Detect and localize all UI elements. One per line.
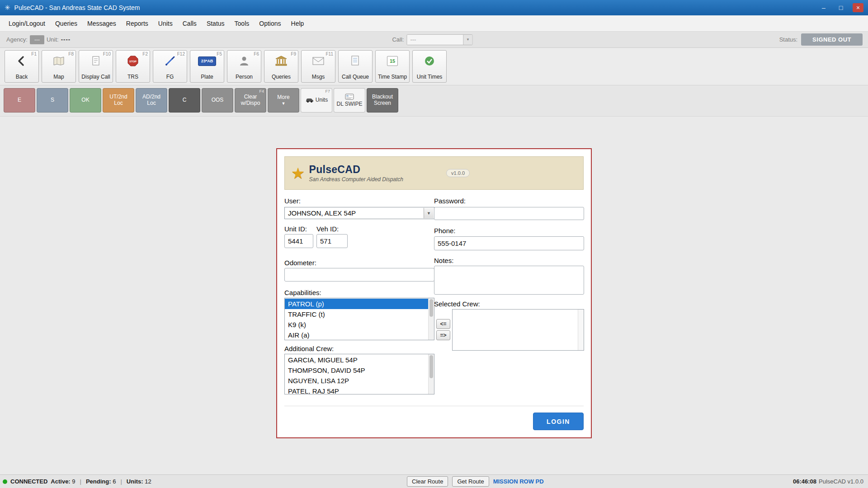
toolbar-call-queue[interactable]: Call Queue: [338, 50, 373, 83]
status-more[interactable]: More▼: [268, 88, 299, 113]
toolbar-person[interactable]: F6Person: [227, 50, 261, 83]
status-c[interactable]: C: [169, 88, 200, 113]
status-dl-swipe[interactable]: DL SWIPE: [334, 88, 365, 113]
toolbar-unit-times[interactable]: Unit Times: [412, 50, 447, 83]
login-header: ★ PulseCAD San Andreas Computer Aided Di…: [284, 156, 584, 190]
menu-reports[interactable]: Reports: [121, 17, 153, 30]
connection-status: CONNECTED: [10, 478, 47, 485]
capability-option[interactable]: AIR (a): [285, 330, 428, 340]
capability-option[interactable]: K9 (k): [285, 319, 428, 330]
fkey-label: F4: [259, 89, 264, 94]
toolbar-time-stamp[interactable]: 15Time Stamp: [375, 50, 410, 83]
needle-icon: [153, 54, 187, 68]
capabilities-label: Capabilities:: [284, 289, 321, 296]
password-label: Password:: [434, 197, 466, 205]
crew-option[interactable]: THOMPSON, DAVID 54P: [285, 365, 428, 375]
status-ok[interactable]: OK: [70, 88, 101, 113]
menu-messages[interactable]: Messages: [82, 17, 121, 30]
statusbar: CONNECTED Active: 9 | Pending: 6 | Units…: [0, 474, 868, 488]
toolbar-queries[interactable]: F9Queries: [264, 50, 298, 83]
connection-group: CONNECTED Active: 9 | Pending: 6 | Units…: [3, 478, 151, 485]
crew-option[interactable]: PATEL, RAJ 54P: [285, 386, 428, 394]
queue-icon: [339, 54, 372, 68]
scrollbar-thumb[interactable]: [429, 355, 433, 378]
version-badge: v1.0.0: [446, 169, 470, 177]
toolbar-msgs[interactable]: F11Msgs: [301, 50, 335, 83]
card-icon: [345, 94, 354, 100]
user-label: User:: [284, 197, 301, 205]
scrollbar[interactable]: [428, 354, 434, 394]
menu-help[interactable]: Help: [286, 17, 309, 30]
toolbar-trs[interactable]: F2STOPTRS: [116, 50, 150, 83]
toolbar-button-label: Time Stamp: [378, 74, 407, 80]
map-icon: [42, 54, 75, 68]
capability-option[interactable]: TRAFFIC (t): [285, 309, 428, 319]
status-clear-w-dispo[interactable]: F4Clear w/Dispo: [235, 88, 266, 113]
toolbar-button-label: Back: [16, 74, 28, 80]
clear-route-button[interactable]: Clear Route: [407, 476, 448, 487]
check-icon: [413, 54, 446, 68]
chevron-down-icon[interactable]: ▼: [424, 208, 434, 218]
odometer-field[interactable]: [284, 268, 434, 282]
menu-tools[interactable]: Tools: [230, 17, 255, 30]
toolbar-button-label: TRS: [127, 74, 138, 80]
unit-id-field[interactable]: [284, 234, 313, 248]
toolbar-button-label: Plate: [201, 74, 213, 80]
scrollbar[interactable]: [428, 298, 434, 340]
menu-units[interactable]: Units: [153, 17, 178, 30]
app-version: PulseCAD v1.0.0: [819, 478, 863, 485]
phone-field[interactable]: [434, 236, 584, 250]
capability-option[interactable]: PATROL (p): [285, 299, 428, 309]
brand-name: PulseCAD: [309, 164, 403, 176]
veh-id-field[interactable]: [316, 234, 348, 248]
status-button-row: ESOKUT/2nd LocAD/2nd LocCOOSF4Clear w/Di…: [0, 85, 868, 117]
app-icon: ✳: [5, 4, 10, 12]
selected-crew-list[interactable]: [452, 309, 584, 351]
transfer-left-button[interactable]: <=: [436, 319, 450, 329]
additional-crew-list[interactable]: GARCIA, MIGUEL 54PTHOMPSON, DAVID 54PNGU…: [284, 354, 434, 394]
toolbar-map[interactable]: F8Map: [42, 50, 76, 83]
status-e[interactable]: E: [4, 88, 35, 113]
toolbar-plate[interactable]: F523*ABPlate: [190, 50, 224, 83]
toolbar-display-call[interactable]: F10Display Call: [79, 50, 113, 83]
additional-crew-label: Additional Crew:: [284, 345, 334, 352]
transfer-right-button[interactable]: =>: [436, 330, 450, 340]
active-label: Active:: [51, 478, 70, 485]
user-select[interactable]: JOHNSON, ALEX 54P ▼: [284, 207, 434, 219]
toolbar-button-label: Queries: [272, 74, 291, 80]
status-ut-2nd-loc[interactable]: UT/2nd Loc: [103, 88, 134, 113]
menu-status[interactable]: Status: [202, 17, 230, 30]
menu-queries[interactable]: Queries: [50, 17, 82, 30]
call-select[interactable]: --- ▼: [406, 34, 472, 45]
status-ad-2nd-loc[interactable]: AD/2nd Loc: [136, 88, 167, 113]
toolbar-button-label: Call Queue: [342, 74, 369, 80]
toolbar-button-label: FG: [166, 74, 174, 80]
minimize-button[interactable]: –: [818, 3, 829, 12]
login-button[interactable]: LOGIN: [533, 413, 584, 430]
units-label: Units:: [127, 478, 143, 485]
toolbar-fg[interactable]: F12FG: [153, 50, 187, 83]
maximize-button[interactable]: □: [835, 3, 846, 12]
status-oos[interactable]: OOS: [202, 88, 233, 113]
toolbar-back[interactable]: F1Back: [5, 50, 39, 83]
window-controls: – □ ×: [818, 3, 863, 12]
password-field[interactable]: [434, 207, 584, 220]
scrollbar-thumb[interactable]: [429, 299, 433, 317]
menu-login-logout[interactable]: Login/Logout: [4, 17, 50, 30]
menu-calls[interactable]: Calls: [178, 17, 202, 30]
menu-options[interactable]: Options: [254, 17, 286, 30]
capabilities-list[interactable]: PATROL (p)TRAFFIC (t)K9 (k)AIR (a): [284, 298, 434, 340]
menubar: Login/LogoutQueriesMessagesReportsUnitsC…: [0, 15, 868, 32]
call-group: Call: --- ▼: [392, 34, 472, 45]
unit-label: Unit:: [47, 36, 59, 43]
status-s[interactable]: S: [37, 88, 68, 113]
status-blackout-screen[interactable]: Blackout Screen: [367, 88, 398, 113]
status-button-label: S: [51, 97, 54, 103]
notes-field[interactable]: [434, 266, 584, 295]
close-button[interactable]: ×: [853, 3, 863, 12]
status-units[interactable]: F7Units: [301, 88, 332, 113]
crew-option[interactable]: GARCIA, MIGUEL 54P: [285, 355, 428, 365]
scrollbar[interactable]: [578, 310, 584, 350]
crew-option[interactable]: NGUYEN, LISA 12P: [285, 375, 428, 386]
get-route-button[interactable]: Get Route: [452, 476, 489, 487]
